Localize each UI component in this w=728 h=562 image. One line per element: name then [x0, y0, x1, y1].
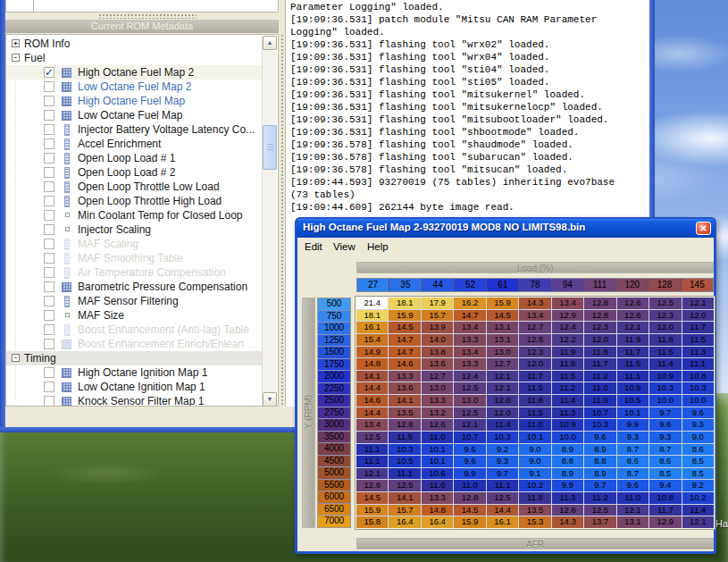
afr-cell[interactable]: 12.1 — [487, 371, 518, 382]
afr-cell[interactable]: 14.7 — [389, 347, 420, 358]
afr-cell[interactable]: 9.7 — [584, 480, 615, 491]
load-header-cell[interactable]: 120 — [616, 279, 648, 291]
scroll-up-icon[interactable]: ▲ — [263, 36, 277, 50]
tree-item-checkbox[interactable] — [44, 224, 54, 235]
afr-cell[interactable]: 11.1 — [356, 444, 388, 456]
afr-cell[interactable]: 11.8 — [519, 395, 550, 407]
afr-cell[interactable]: 13.0 — [454, 395, 485, 407]
afr-cell[interactable]: 13.3 — [454, 334, 485, 346]
afr-cell[interactable]: 11.0 — [584, 382, 615, 394]
tree-item[interactable]: Open Loop Load # 2 — [6, 165, 264, 180]
afr-cell[interactable]: 9.0 — [519, 444, 550, 456]
rpm-header-cell[interactable]: 6000 — [318, 491, 350, 503]
tree-item[interactable]: Open Loop Load # 1 — [6, 151, 264, 165]
afr-cell[interactable]: 9.0 — [682, 432, 714, 443]
rpm-header-cell[interactable]: 2250 — [318, 383, 350, 395]
afr-cell[interactable]: 8.7 — [617, 444, 649, 456]
afr-cell[interactable]: 8.9 — [584, 468, 615, 480]
afr-cell[interactable]: 16.1 — [356, 322, 388, 333]
afr-cell[interactable]: 11.3 — [682, 347, 714, 358]
afr-cell[interactable]: 9.7 — [649, 407, 681, 419]
afr-cell[interactable]: 14.4 — [356, 407, 388, 419]
scrollbar-thumb[interactable] — [263, 125, 277, 170]
afr-cell[interactable]: 11.1 — [682, 358, 714, 370]
afr-cell[interactable]: 13.4 — [552, 298, 583, 309]
load-header-cell[interactable]: 94 — [552, 279, 583, 291]
afr-cell[interactable]: 21.4 — [356, 298, 388, 309]
afr-cell[interactable]: 11.5 — [617, 358, 649, 370]
afr-cell[interactable]: 10.2 — [519, 480, 550, 491]
afr-cell[interactable]: 12.7 — [487, 358, 518, 370]
load-header-cell[interactable]: 145 — [682, 279, 713, 291]
afr-cell[interactable]: 8.6 — [682, 444, 714, 456]
afr-cell[interactable]: 12.8 — [584, 310, 615, 322]
afr-cell[interactable]: 13.1 — [487, 322, 518, 333]
afr-cell[interactable]: 10.9 — [649, 371, 681, 382]
afr-cell[interactable]: 9.2 — [682, 480, 714, 491]
afr-cell[interactable]: 12.2 — [552, 334, 583, 346]
afr-cell[interactable]: 15.3 — [519, 516, 550, 528]
afr-cell[interactable]: 10.3 — [649, 382, 681, 394]
afr-cell[interactable]: 11.5 — [519, 407, 550, 419]
afr-cell[interactable]: 13.5 — [389, 407, 420, 419]
collapse-icon[interactable]: - — [12, 54, 20, 62]
afr-cell[interactable]: 13.0 — [422, 382, 453, 394]
afr-cell[interactable]: 14.4 — [487, 505, 518, 516]
afr-cell[interactable]: 14.1 — [389, 395, 420, 407]
afr-cell[interactable]: 11.8 — [552, 358, 583, 370]
afr-cell[interactable]: 12.9 — [649, 516, 681, 528]
afr-cell[interactable]: 14.6 — [356, 395, 388, 407]
afr-cell[interactable]: 12.0 — [584, 334, 615, 346]
afr-cell[interactable]: 15.4 — [356, 334, 388, 346]
afr-cell[interactable]: 11.7 — [617, 347, 649, 358]
rpm-header-cell[interactable]: 3500 — [318, 432, 350, 443]
afr-cell[interactable]: 11.9 — [552, 347, 583, 358]
afr-cell[interactable]: 13.3 — [389, 371, 420, 382]
afr-cell[interactable]: 18.1 — [389, 298, 420, 309]
afr-cell[interactable]: 12.4 — [552, 322, 583, 333]
afr-cell[interactable]: 15.7 — [389, 505, 420, 516]
afr-cell[interactable]: 13.6 — [422, 358, 453, 370]
tree-item-checkbox[interactable] — [44, 181, 54, 192]
tree-scrollbar[interactable]: ▲ ▼ — [262, 36, 277, 407]
afr-cell[interactable]: 12.6 — [519, 334, 550, 346]
close-icon[interactable]: ✕ — [696, 222, 711, 235]
tree-item[interactable]: MAF Size — [6, 308, 264, 323]
rpm-header-cell[interactable]: 750 — [318, 311, 350, 323]
afr-cell[interactable]: 13.3 — [422, 395, 453, 407]
afr-cell[interactable]: 11.5 — [389, 432, 420, 443]
afr-cell[interactable]: 13.8 — [422, 347, 453, 358]
menu-view[interactable]: View — [333, 241, 356, 252]
afr-cell[interactable]: 8.6 — [617, 456, 649, 467]
tree-item-checkbox[interactable] — [44, 396, 54, 407]
afr-cell[interactable]: 11.2 — [584, 492, 615, 504]
afr-cell[interactable]: 12.7 — [519, 322, 550, 333]
afr-cell[interactable]: 11.5 — [649, 347, 681, 358]
tree-item[interactable]: Knock Sensor Filter Map 1 — [6, 394, 264, 407]
afr-cell[interactable]: 11.2 — [552, 382, 583, 394]
tree-item[interactable]: Min Coolant Temp for Closed Loop — [6, 208, 264, 222]
afr-cell[interactable]: 14.8 — [422, 505, 453, 516]
afr-cell[interactable]: 10.6 — [422, 468, 453, 480]
afr-cell[interactable]: 12.1 — [356, 468, 388, 480]
load-header-cell[interactable]: 61 — [487, 279, 518, 291]
afr-cell[interactable]: 13.4 — [454, 347, 485, 358]
afr-cell[interactable]: 9.7 — [487, 468, 518, 480]
afr-cell[interactable]: 12.8 — [389, 419, 420, 431]
afr-cell[interactable]: 14.6 — [389, 358, 420, 370]
afr-cell[interactable]: 14.5 — [389, 322, 420, 333]
afr-cell[interactable]: 11.1 — [487, 480, 518, 491]
afr-cell[interactable]: 8.6 — [649, 456, 681, 467]
afr-cell[interactable]: 15.9 — [356, 505, 388, 516]
afr-cell[interactable]: 8.5 — [649, 468, 681, 480]
tree-item[interactable]: High Octane Ignition Map 1 — [6, 365, 264, 380]
afr-cell[interactable]: 10.0 — [552, 432, 583, 443]
tree-item-checkbox[interactable] — [44, 310, 54, 321]
afr-cell[interactable]: 11.9 — [617, 334, 649, 346]
afr-cell[interactable]: 10.7 — [584, 407, 615, 419]
dock-title[interactable]: Current ROM Metadata — [5, 20, 279, 33]
load-header-cell[interactable]: 27 — [357, 279, 389, 291]
afr-cell[interactable]: 12.3 — [649, 310, 681, 322]
afr-cell[interactable]: 9.9 — [617, 419, 649, 431]
afr-cell[interactable]: 10.0 — [649, 395, 681, 407]
